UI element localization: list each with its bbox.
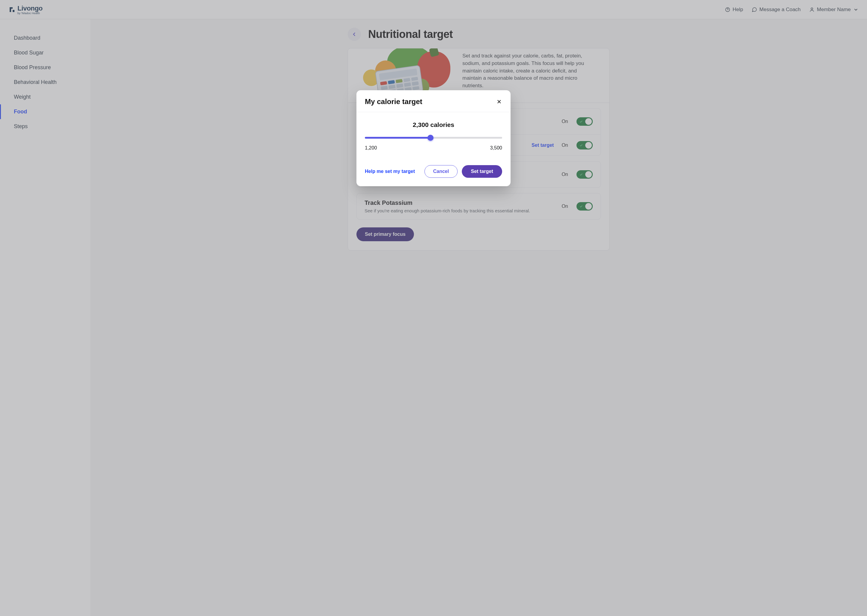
modal-title: My calorie target <box>365 97 422 106</box>
calorie-target-modal: My calorie target 2,300 calories 1,200 3… <box>356 90 511 186</box>
close-icon <box>496 99 502 105</box>
slider-thumb[interactable] <box>427 135 434 141</box>
calorie-slider[interactable] <box>365 134 502 141</box>
calorie-value: 2,300 calories <box>365 121 502 129</box>
slider-fill <box>365 137 430 139</box>
slider-max-label: 3,500 <box>490 145 502 151</box>
help-set-target-link[interactable]: Help me set my target <box>365 169 420 174</box>
modal-close-button[interactable] <box>496 99 502 105</box>
cancel-button[interactable]: Cancel <box>424 165 457 178</box>
slider-min-label: 1,200 <box>365 145 377 151</box>
set-target-button[interactable]: Set target <box>462 165 502 178</box>
modal-overlay[interactable]: My calorie target 2,300 calories 1,200 3… <box>0 0 867 616</box>
